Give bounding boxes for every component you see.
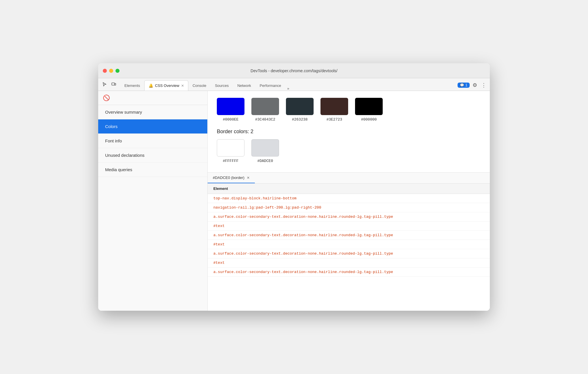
- element-list[interactable]: top-nav.display-block.hairline-bottom na…: [208, 194, 490, 311]
- color-swatch-item-1: #0000EE: [217, 98, 244, 122]
- comment-count: 1: [465, 83, 467, 87]
- comment-badge[interactable]: 💬 1: [458, 83, 470, 88]
- tab-bar: Elements 🔔 CSS Overview ✕ Console Source…: [98, 78, 490, 91]
- element-tab-dadce0[interactable]: #DADCE0 (border) ✕: [208, 173, 255, 183]
- element-section: #DADCE0 (border) ✕ Element top-nav.displ…: [208, 172, 490, 311]
- tab-elements-label: Elements: [124, 83, 140, 88]
- window-title: DevTools - developer.chrome.com/tags/dev…: [251, 68, 337, 73]
- color-swatch-3C4043C2[interactable]: [251, 98, 279, 115]
- list-item[interactable]: a.surface.color-secondary-text.decoratio…: [208, 268, 490, 277]
- chat-icon: 💬: [460, 83, 464, 87]
- cursor-icon[interactable]: [100, 80, 109, 88]
- color-label-000000: #000000: [361, 117, 377, 122]
- devtools-window: DevTools - developer.chrome.com/tags/dev…: [98, 63, 490, 311]
- color-section: #0000EE #3C4043C2 #263238 #3E2723: [208, 91, 490, 172]
- tab-close-icon[interactable]: ✕: [181, 84, 184, 88]
- menu-button[interactable]: ⋮: [480, 82, 488, 88]
- tab-css-overview-label: CSS Overview: [155, 83, 179, 88]
- list-item[interactable]: top-nav.display-block.hairline-bottom: [208, 194, 490, 203]
- tab-network[interactable]: Network: [233, 80, 255, 91]
- color-label-DADCE0: #DADCE0: [257, 159, 273, 163]
- element-list-header: Element: [208, 184, 490, 194]
- more-tabs-button[interactable]: »: [285, 86, 291, 91]
- color-swatch-item-4: #3E2723: [320, 98, 348, 122]
- element-tab-label: #DADCE0 (border): [213, 175, 244, 180]
- sidebar-item-font-info[interactable]: Font info: [98, 134, 207, 148]
- maximize-button[interactable]: [115, 69, 120, 73]
- color-swatch-FFFFFF[interactable]: [217, 139, 244, 157]
- color-label-3E2723: #3E2723: [327, 117, 342, 122]
- sidebar-item-colors[interactable]: Colors: [98, 119, 207, 134]
- color-swatch-DADCE0[interactable]: [251, 139, 279, 157]
- list-item[interactable]: #text: [208, 258, 490, 268]
- main-area: 🚫 Overview summary Colors Font info Unus…: [98, 91, 490, 311]
- list-item[interactable]: a.surface.color-secondary-text.decoratio…: [208, 249, 490, 258]
- color-label-263238: #263238: [292, 117, 308, 122]
- element-tab-bar: #DADCE0 (border) ✕: [208, 173, 490, 184]
- color-swatch-0000EE[interactable]: [217, 98, 244, 115]
- tab-console-label: Console: [193, 83, 206, 88]
- device-toggle-icon[interactable]: [110, 80, 118, 88]
- tab-sources-label: Sources: [215, 83, 229, 88]
- settings-button[interactable]: ⚙: [471, 82, 478, 88]
- element-tab-close-icon[interactable]: ✕: [247, 176, 250, 180]
- border-color-swatches: #FFFFFF #DADCE0: [217, 139, 481, 163]
- color-label-3C4043C2: #3C4043C2: [255, 117, 275, 122]
- color-swatch-000000[interactable]: [355, 98, 383, 115]
- sidebar: 🚫 Overview summary Colors Font info Unus…: [98, 91, 208, 311]
- top-color-swatches: #0000EE #3C4043C2 #263238 #3E2723: [217, 98, 481, 122]
- svg-rect-1: [115, 83, 116, 85]
- sidebar-item-unused-declarations[interactable]: Unused declarations: [98, 148, 207, 163]
- svg-rect-0: [112, 83, 115, 85]
- list-item[interactable]: a.surface.color-secondary-text.decoratio…: [208, 231, 490, 240]
- minimize-button[interactable]: [109, 69, 113, 73]
- list-item[interactable]: navigation-rail.lg:pad-left-200.lg:pad-r…: [208, 203, 490, 212]
- tab-performance[interactable]: Performance: [255, 80, 285, 91]
- tab-css-overview[interactable]: 🔔 CSS Overview ✕: [144, 80, 188, 91]
- tabs-list: Elements 🔔 CSS Overview ✕ Console Source…: [120, 80, 458, 91]
- border-colors-section: Border colors: 2 #FFFFFF #DADCE0: [217, 129, 481, 163]
- border-swatch-item-1: #FFFFFF: [217, 139, 244, 163]
- list-item[interactable]: a.surface.color-secondary-text.decoratio…: [208, 212, 490, 222]
- tab-bar-right: 💬 1 ⚙ ⋮: [458, 82, 488, 91]
- color-swatch-263238[interactable]: [286, 98, 314, 115]
- color-label-FFFFFF: #FFFFFF: [223, 159, 239, 163]
- toolbar-icons: [100, 80, 118, 91]
- color-swatch-item-2: #3C4043C2: [251, 98, 279, 122]
- blocked-icon: 🚫: [98, 91, 207, 105]
- list-item[interactable]: #text: [208, 222, 490, 231]
- bell-icon: 🔔: [149, 83, 153, 88]
- color-label-0000EE: #0000EE: [223, 117, 239, 122]
- sidebar-item-overview-summary[interactable]: Overview summary: [98, 105, 207, 119]
- tab-network-label: Network: [237, 83, 251, 88]
- list-item[interactable]: #text: [208, 240, 490, 249]
- tab-sources[interactable]: Sources: [210, 80, 233, 91]
- close-button[interactable]: [103, 69, 107, 73]
- sidebar-item-media-queries[interactable]: Media queries: [98, 163, 207, 177]
- tab-performance-label: Performance: [260, 83, 281, 88]
- tab-console[interactable]: Console: [188, 80, 211, 91]
- traffic-lights: [103, 69, 120, 73]
- color-swatch-item-3: #263238: [286, 98, 314, 122]
- title-bar: DevTools - developer.chrome.com/tags/dev…: [98, 63, 490, 78]
- color-swatch-3E2723[interactable]: [320, 98, 348, 115]
- border-colors-title: Border colors: 2: [217, 129, 481, 135]
- tab-elements[interactable]: Elements: [120, 80, 144, 91]
- content-area: #0000EE #3C4043C2 #263238 #3E2723: [208, 91, 490, 311]
- border-swatch-item-2: #DADCE0: [251, 139, 279, 163]
- color-swatch-item-5: #000000: [355, 98, 383, 122]
